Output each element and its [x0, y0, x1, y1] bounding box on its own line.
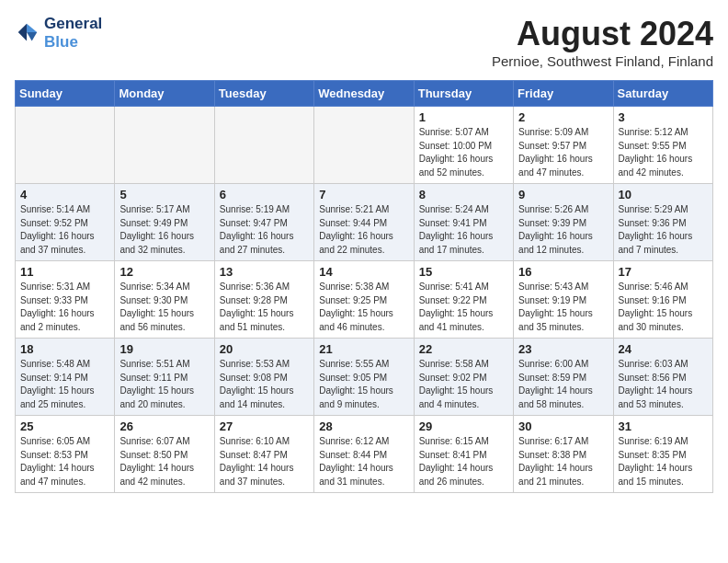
day-header-wednesday: Wednesday: [314, 81, 414, 107]
day-info: Sunrise: 6:00 AMSunset: 8:59 PMDaylight:…: [518, 358, 608, 411]
day-number: 14: [319, 265, 408, 279]
calendar-day-cell: 14Sunrise: 5:38 AMSunset: 9:25 PMDayligh…: [314, 261, 414, 339]
page-header: General Blue August 2024 Pernioe, Southw…: [15, 15, 713, 69]
day-info: Sunrise: 5:24 AMSunset: 9:41 PMDaylight:…: [419, 203, 508, 257]
day-number: 4: [20, 188, 109, 201]
day-info: Sunrise: 6:17 AMSunset: 8:38 PMDaylight:…: [518, 435, 608, 488]
calendar-week-row: 11Sunrise: 5:31 AMSunset: 9:33 PMDayligh…: [16, 261, 713, 339]
calendar-day-cell: 19Sunrise: 5:51 AMSunset: 9:11 PMDayligh…: [115, 339, 214, 416]
day-info: Sunrise: 5:53 AMSunset: 9:08 PMDaylight:…: [220, 358, 309, 411]
logo: General Blue: [15, 15, 102, 52]
calendar-day-cell: [314, 107, 414, 184]
calendar-week-row: 1Sunrise: 5:07 AMSunset: 10:00 PMDayligh…: [16, 107, 713, 184]
calendar-day-cell: 26Sunrise: 6:07 AMSunset: 8:50 PMDayligh…: [115, 416, 214, 493]
day-number: 28: [319, 419, 408, 433]
location: Pernioe, Southwest Finland, Finland: [492, 53, 713, 69]
day-number: 10: [619, 188, 708, 201]
day-info: Sunrise: 6:03 AMSunset: 8:56 PMDaylight:…: [619, 358, 708, 411]
calendar-week-row: 18Sunrise: 5:48 AMSunset: 9:14 PMDayligh…: [16, 339, 713, 416]
day-number: 27: [220, 419, 309, 433]
day-info: Sunrise: 5:36 AMSunset: 9:28 PMDaylight:…: [220, 281, 309, 334]
calendar-day-cell: 5Sunrise: 5:17 AMSunset: 9:49 PMDaylight…: [115, 184, 214, 261]
day-number: 20: [220, 342, 309, 356]
day-number: 15: [419, 265, 508, 279]
day-number: 7: [319, 188, 408, 201]
calendar-day-cell: 15Sunrise: 5:41 AMSunset: 9:22 PMDayligh…: [414, 261, 513, 339]
day-number: 17: [619, 265, 708, 279]
day-number: 19: [119, 342, 209, 356]
day-info: Sunrise: 5:07 AMSunset: 10:00 PMDaylight…: [419, 126, 508, 179]
calendar-day-cell: 30Sunrise: 6:17 AMSunset: 8:38 PMDayligh…: [514, 416, 613, 493]
calendar-day-cell: 27Sunrise: 6:10 AMSunset: 8:47 PMDayligh…: [214, 416, 313, 493]
calendar-day-cell: [16, 107, 115, 184]
day-info: Sunrise: 5:41 AMSunset: 9:22 PMDaylight:…: [419, 281, 508, 334]
day-header-tuesday: Tuesday: [214, 81, 313, 107]
calendar-day-cell: 18Sunrise: 5:48 AMSunset: 9:14 PMDayligh…: [16, 339, 115, 416]
calendar-day-cell: [115, 107, 214, 184]
calendar-day-cell: 8Sunrise: 5:24 AMSunset: 9:41 PMDaylight…: [414, 184, 513, 261]
calendar-day-cell: 13Sunrise: 5:36 AMSunset: 9:28 PMDayligh…: [214, 261, 313, 339]
day-info: Sunrise: 6:12 AMSunset: 8:44 PMDaylight:…: [319, 435, 408, 488]
calendar-week-row: 25Sunrise: 6:05 AMSunset: 8:53 PMDayligh…: [16, 416, 713, 493]
day-number: 9: [518, 188, 608, 201]
day-number: 21: [319, 342, 408, 356]
calendar-day-cell: 17Sunrise: 5:46 AMSunset: 9:16 PMDayligh…: [613, 261, 712, 339]
day-info: Sunrise: 6:10 AMSunset: 8:47 PMDaylight:…: [220, 435, 309, 488]
calendar-day-cell: 22Sunrise: 5:58 AMSunset: 9:02 PMDayligh…: [414, 339, 513, 416]
calendar-day-cell: 25Sunrise: 6:05 AMSunset: 8:53 PMDayligh…: [16, 416, 115, 493]
day-info: Sunrise: 5:43 AMSunset: 9:19 PMDaylight:…: [518, 281, 608, 334]
day-number: 2: [518, 110, 608, 124]
day-number: 31: [619, 419, 708, 433]
title-area: August 2024 Pernioe, Southwest Finland, …: [492, 15, 713, 69]
calendar-day-cell: 23Sunrise: 6:00 AMSunset: 8:59 PMDayligh…: [514, 339, 613, 416]
day-info: Sunrise: 5:46 AMSunset: 9:16 PMDaylight:…: [619, 281, 708, 334]
calendar-day-cell: 2Sunrise: 5:09 AMSunset: 9:57 PMDaylight…: [514, 107, 613, 184]
day-number: 29: [419, 419, 508, 433]
day-info: Sunrise: 5:34 AMSunset: 9:30 PMDaylight:…: [119, 281, 209, 334]
day-header-sunday: Sunday: [16, 81, 115, 107]
day-info: Sunrise: 6:19 AMSunset: 8:35 PMDaylight:…: [619, 435, 708, 488]
day-info: Sunrise: 6:05 AMSunset: 8:53 PMDaylight:…: [20, 435, 109, 488]
calendar-day-cell: [214, 107, 313, 184]
calendar-day-cell: 11Sunrise: 5:31 AMSunset: 9:33 PMDayligh…: [16, 261, 115, 339]
calendar-day-cell: 10Sunrise: 5:29 AMSunset: 9:36 PMDayligh…: [613, 184, 712, 261]
day-number: 24: [619, 342, 708, 356]
calendar-day-cell: 31Sunrise: 6:19 AMSunset: 8:35 PMDayligh…: [613, 416, 712, 493]
day-number: 8: [419, 188, 508, 201]
day-info: Sunrise: 6:07 AMSunset: 8:50 PMDaylight:…: [119, 435, 209, 488]
calendar-week-row: 4Sunrise: 5:14 AMSunset: 9:52 PMDaylight…: [16, 184, 713, 261]
calendar-day-cell: 9Sunrise: 5:26 AMSunset: 9:39 PMDaylight…: [514, 184, 613, 261]
day-number: 13: [220, 265, 309, 279]
calendar-day-cell: 16Sunrise: 5:43 AMSunset: 9:19 PMDayligh…: [514, 261, 613, 339]
day-info: Sunrise: 5:14 AMSunset: 9:52 PMDaylight:…: [20, 203, 109, 257]
day-info: Sunrise: 5:09 AMSunset: 9:57 PMDaylight:…: [518, 126, 608, 179]
calendar-day-cell: 4Sunrise: 5:14 AMSunset: 9:52 PMDaylight…: [16, 184, 115, 261]
day-info: Sunrise: 5:29 AMSunset: 9:36 PMDaylight:…: [619, 203, 708, 257]
month-title: August 2024: [492, 15, 713, 53]
logo-text: General Blue: [44, 15, 102, 52]
calendar-day-cell: 1Sunrise: 5:07 AMSunset: 10:00 PMDayligh…: [414, 107, 513, 184]
calendar-day-cell: 12Sunrise: 5:34 AMSunset: 9:30 PMDayligh…: [115, 261, 214, 339]
day-info: Sunrise: 5:31 AMSunset: 9:33 PMDaylight:…: [20, 281, 109, 334]
day-info: Sunrise: 5:17 AMSunset: 9:49 PMDaylight:…: [119, 203, 209, 257]
calendar-day-cell: 7Sunrise: 5:21 AMSunset: 9:44 PMDaylight…: [314, 184, 414, 261]
day-header-monday: Monday: [115, 81, 214, 107]
svg-marker-2: [18, 24, 27, 41]
day-header-friday: Friday: [514, 81, 613, 107]
calendar-day-cell: 20Sunrise: 5:53 AMSunset: 9:08 PMDayligh…: [214, 339, 313, 416]
day-number: 25: [20, 419, 109, 433]
day-number: 6: [220, 188, 309, 201]
day-number: 3: [619, 110, 708, 124]
day-number: 16: [518, 265, 608, 279]
day-header-thursday: Thursday: [414, 81, 513, 107]
day-number: 23: [518, 342, 608, 356]
calendar-day-cell: 28Sunrise: 6:12 AMSunset: 8:44 PMDayligh…: [314, 416, 414, 493]
day-number: 1: [419, 110, 508, 124]
svg-marker-1: [27, 32, 37, 40]
day-info: Sunrise: 5:12 AMSunset: 9:55 PMDaylight:…: [619, 126, 708, 179]
calendar-table: SundayMondayTuesdayWednesdayThursdayFrid…: [15, 80, 713, 493]
day-info: Sunrise: 5:51 AMSunset: 9:11 PMDaylight:…: [119, 358, 209, 411]
calendar-day-cell: 24Sunrise: 6:03 AMSunset: 8:56 PMDayligh…: [613, 339, 712, 416]
calendar-day-cell: 3Sunrise: 5:12 AMSunset: 9:55 PMDaylight…: [613, 107, 712, 184]
day-number: 11: [20, 265, 109, 279]
